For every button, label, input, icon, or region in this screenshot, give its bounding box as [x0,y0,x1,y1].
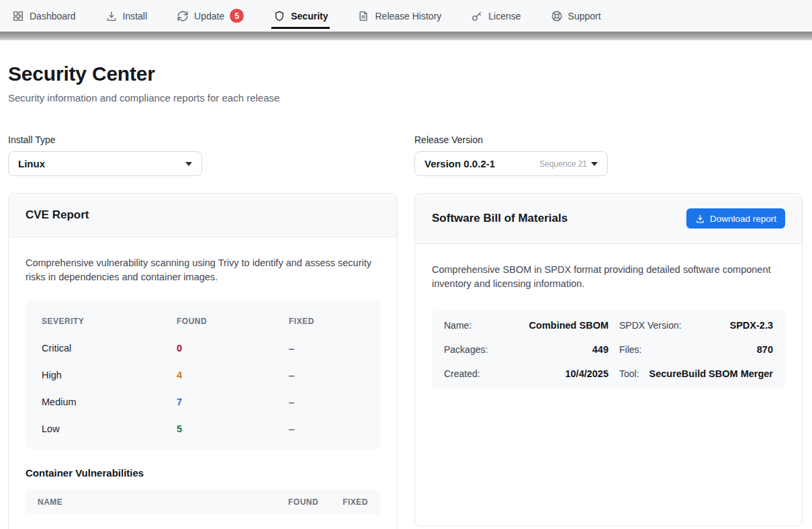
download-report-button[interactable]: Download report [686,208,785,229]
release-version-select[interactable]: Version 0.0.2-1 Sequence 21 [414,151,608,176]
found-count: 5 [177,423,289,434]
install-type-field: Install Type Linux [8,134,398,176]
nav-label-dashboard: Dashboard [30,11,76,22]
severity-table-header: SEVERITY FOUND FIXED [26,306,380,335]
sbom-card-title: Software Bill of Materials [432,212,568,225]
install-type-value: Linux [18,158,45,169]
nav-item-update[interactable]: Update 5 [177,0,244,32]
main-content: Security Center Security information and… [0,63,812,529]
table-row: Low 5 – [26,415,380,442]
release-version-label: Release Version [414,134,803,145]
detail-value: SPDX-2.3 [730,320,773,331]
detail-value: 10/4/2025 [565,368,608,379]
sbom-card: Software Bill of Materials Download repo… [414,193,803,526]
nav-item-dashboard[interactable]: Dashboard [12,0,76,32]
nav-label-support: Support [568,11,601,22]
sbom-card-header: Software Bill of Materials Download repo… [415,194,802,244]
sbom-details: Name: Combined SBOM SPDX Version: SPDX-2… [432,311,785,389]
nav-item-security[interactable]: Security [273,0,328,32]
nav-item-license[interactable]: License [471,0,521,32]
detail-label: Packages: [444,344,488,355]
nav-item-install[interactable]: Install [105,0,148,32]
fixed-col-header: FIXED [343,497,368,507]
sbom-detail-tool: Tool: SecureBuild SBOM Merger [608,362,773,386]
severity-name: Low [42,423,177,434]
sbom-detail-packages: Packages: 449 [444,337,608,362]
severity-table: SEVERITY FOUND FIXED Critical 0 – High 4… [26,300,380,449]
nav-item-release-history[interactable]: Release History [357,0,441,32]
page-title: Security Center [8,63,803,85]
sbom-detail-created: Created: 10/4/2025 [444,362,608,386]
severity-col-header: SEVERITY [42,317,177,326]
release-version-value: Version 0.0.2-1 [424,158,495,169]
fixed-count: – [289,343,380,354]
install-type-select[interactable]: Linux [8,151,202,176]
found-col-header: FOUND [288,497,318,507]
download-report-label: Download report [710,214,776,224]
table-row: Critical 0 – [26,335,380,362]
container-vulnerabilities-table-header: NAME FOUND FIXED [26,489,380,515]
filters-row: Install Type Linux Release Version Versi… [8,134,803,176]
detail-label: SPDX Version: [619,320,682,331]
detail-label: Files: [619,344,641,355]
top-navigation: Dashboard Install Update 5 Security Rele… [0,0,812,32]
severity-name: Medium [42,397,177,407]
document-icon [357,10,369,22]
cve-description: Comprehensive vulnerability scanning usi… [26,256,380,285]
page-subtitle: Security information and compliance repo… [8,92,803,104]
dashboard-grid-icon [12,10,24,22]
found-count: 4 [177,370,289,380]
nav-label-install: Install [123,11,148,22]
found-count: 0 [177,343,289,354]
nav-label-update: Update [194,11,224,22]
lifebuoy-icon [551,10,563,22]
nav-label-security: Security [291,11,328,22]
key-icon [471,10,483,22]
nav-label-release-history: Release History [375,11,441,22]
fixed-col-header: FIXED [289,317,380,326]
detail-value: SecureBuild SBOM Merger [649,368,773,379]
severity-name: High [42,370,177,380]
cve-card-title: CVE Report [26,208,89,222]
release-version-field: Release Version Version 0.0.2-1 Sequence… [414,134,803,176]
nav-item-support[interactable]: Support [551,0,601,32]
shield-icon [273,10,285,22]
found-count: 7 [177,397,289,407]
nav-label-license: License [488,11,521,22]
update-count-badge: 5 [230,9,244,23]
sbom-detail-spdx-version: SPDX Version: SPDX-2.3 [608,313,773,337]
detail-label: Name: [444,320,471,331]
chevron-down-icon [591,162,598,166]
fixed-count: – [289,397,380,407]
cve-report-card: CVE Report Comprehensive vulnerability s… [8,193,398,529]
download-icon [695,214,705,224]
detail-value: Combined SBOM [529,320,608,331]
fixed-count: – [289,370,380,380]
container-vulnerabilities-title: Container Vulnerabilities [26,467,380,479]
cve-card-header: CVE Report [9,194,397,237]
sbom-detail-files: Files: 870 [608,337,773,362]
divider-band [0,32,812,40]
detail-value: 870 [757,344,773,355]
table-row: High 4 – [26,362,380,389]
fixed-count: – [289,423,380,434]
sbom-card-body: Comprehensive SBOM in SPDX format provid… [415,244,802,405]
cve-card-body: Comprehensive vulnerability scanning usi… [9,237,397,529]
severity-name: Critical [42,343,177,354]
detail-label: Tool: [619,368,639,379]
refresh-icon [177,10,189,22]
found-col-header: FOUND [177,317,289,326]
download-icon [105,10,118,22]
cards-row: CVE Report Comprehensive vulnerability s… [8,193,803,529]
detail-label: Created: [444,368,480,379]
name-col-header: NAME [38,497,288,507]
table-row: Medium 7 – [26,389,380,415]
install-type-label: Install Type [8,134,398,145]
detail-value: 449 [592,344,608,355]
release-sequence-label: Sequence 21 [539,159,587,169]
sbom-description: Comprehensive SBOM in SPDX format provid… [432,263,785,292]
chevron-down-icon [185,162,192,166]
sbom-detail-name: Name: Combined SBOM [444,313,608,337]
